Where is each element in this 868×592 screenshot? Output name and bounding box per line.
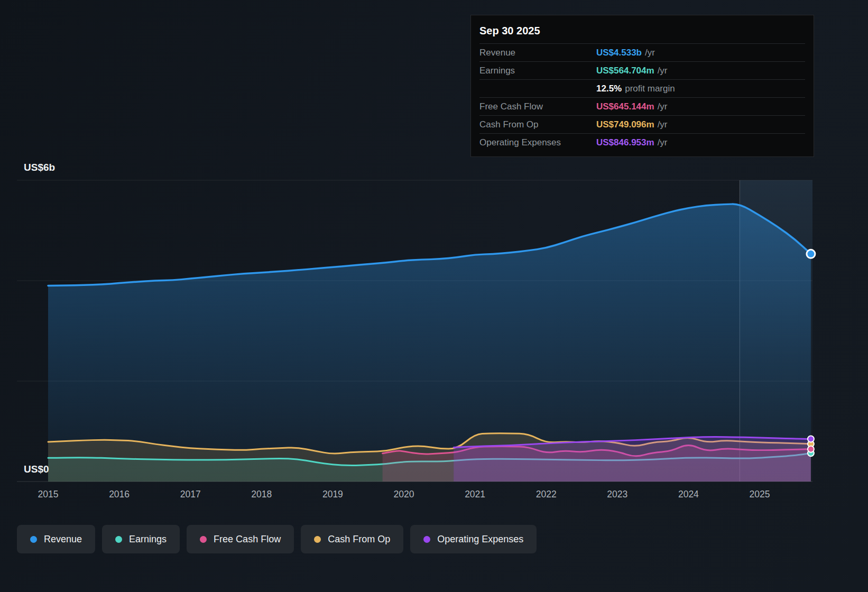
legend-dot: [115, 536, 122, 543]
legend-dot: [423, 536, 430, 543]
legend-item-free-cash-flow[interactable]: Free Cash Flow: [187, 525, 294, 553]
tooltip-row: RevenueUS$4.533b/yr: [479, 43, 805, 61]
tooltip-row: Free Cash FlowUS$645.144m/yr: [479, 97, 805, 115]
legend-item-revenue[interactable]: Revenue: [17, 525, 95, 553]
x-axis-label-2024: 2024: [678, 489, 699, 500]
x-axis-label-2021: 2021: [465, 489, 485, 500]
tooltip-row-value: US$564.704m: [596, 66, 654, 76]
tooltip-row-label: Cash From Op: [479, 119, 596, 130]
legend-item-operating-expenses[interactable]: Operating Expenses: [410, 525, 537, 553]
tooltip-row-value: US$749.096m: [596, 119, 654, 130]
tooltip-row-label: Earnings: [479, 66, 596, 76]
legend-label: Cash From Op: [328, 534, 390, 545]
tooltip-row-value: US$4.533b: [596, 48, 642, 58]
legend-dot: [30, 536, 37, 543]
legend-dot: [200, 536, 207, 543]
tooltip-row-value: US$846.953m: [596, 137, 654, 147]
tooltip-row-suffix: /yr: [645, 48, 655, 58]
y-axis-label-bottom: US$0: [24, 464, 49, 475]
tooltip-row: 12.5%profit margin: [479, 79, 805, 97]
endpoint-marker-free-cash-flow: [808, 446, 814, 452]
tooltip-row-suffix: profit margin: [625, 84, 675, 94]
legend: RevenueEarningsFree Cash FlowCash From O…: [17, 525, 537, 553]
legend-item-cash-from-op[interactable]: Cash From Op: [301, 525, 403, 553]
tooltip-row-label: Operating Expenses: [479, 137, 596, 147]
tooltip: Sep 30 2025 RevenueUS$4.533b/yrEarningsU…: [470, 15, 814, 157]
x-axis-label-2020: 2020: [394, 489, 414, 500]
legend-item-earnings[interactable]: Earnings: [102, 525, 180, 553]
x-axis-label-2019: 2019: [322, 489, 343, 500]
legend-dot: [314, 536, 321, 543]
x-axis-label-2015: 2015: [38, 489, 59, 500]
tooltip-row: Operating ExpensesUS$846.953m/yr: [479, 133, 805, 151]
tooltip-date: Sep 30 2025: [479, 18, 805, 43]
tooltip-row-value: US$645.144m: [596, 101, 654, 112]
tooltip-row-value: 12.5%: [596, 84, 622, 94]
x-axis-label-2023: 2023: [607, 489, 627, 500]
tooltip-row-label: Revenue: [479, 48, 596, 58]
tooltip-row-suffix: /yr: [658, 66, 668, 76]
x-axis-label-2016: 2016: [109, 489, 130, 500]
x-axis-label-2017: 2017: [180, 489, 201, 500]
earnings-revenue-chart-page: Sep 30 2025 RevenueUS$4.533b/yrEarningsU…: [0, 0, 868, 592]
tooltip-row: EarningsUS$564.704m/yr: [479, 61, 805, 79]
y-axis-label-top: US$6b: [24, 162, 55, 173]
endpoint-marker-revenue: [807, 249, 815, 258]
tooltip-row-suffix: /yr: [658, 137, 668, 147]
tooltip-rows: RevenueUS$4.533b/yrEarningsUS$564.704m/y…: [479, 43, 805, 151]
tooltip-row-label: Free Cash Flow: [479, 101, 596, 112]
x-axis-label-2018: 2018: [251, 489, 272, 500]
x-axis-label-2022: 2022: [536, 489, 557, 500]
tooltip-row: Cash From OpUS$749.096m/yr: [479, 115, 805, 133]
tooltip-row-suffix: /yr: [658, 119, 668, 130]
endpoint-marker-operating-expenses: [808, 436, 814, 442]
legend-label: Revenue: [44, 534, 82, 545]
legend-label: Free Cash Flow: [214, 534, 281, 545]
tooltip-row-suffix: /yr: [658, 101, 668, 112]
legend-label: Earnings: [129, 534, 167, 545]
legend-label: Operating Expenses: [437, 534, 523, 545]
x-axis-label-2025: 2025: [750, 489, 770, 500]
